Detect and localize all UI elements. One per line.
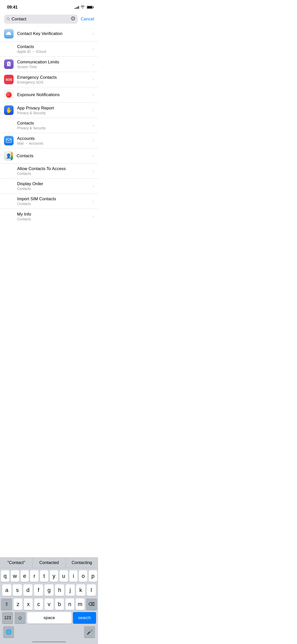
result-subtitle: Emergency SOS	[17, 80, 57, 84]
sos-icon: SOS	[4, 75, 14, 84]
result-subtitle: Privacy & Security	[17, 126, 46, 130]
list-item[interactable]: Contacts Apple ID → iCloud ›	[0, 42, 98, 57]
chevron-right-icon: ›	[93, 47, 94, 51]
result-title: Contact Key Verification	[17, 31, 62, 36]
result-subtitle: Contacts	[17, 202, 56, 206]
list-item[interactable]: Exposure Notifications ›	[0, 87, 98, 103]
result-text: Exposure Notifications	[17, 92, 60, 97]
list-item[interactable]: Accounts Mail → Accounts ›	[0, 133, 98, 148]
svg-line-1	[9, 19, 10, 20]
chevron-right-icon: ›	[93, 62, 94, 66]
chevron-right-icon: ›	[93, 184, 94, 188]
result-subtitle: Screen Time	[17, 65, 59, 69]
svg-rect-6	[8, 62, 10, 62]
list-item[interactable]: My Info Contacts ›	[0, 209, 98, 224]
chevron-right-icon: ›	[93, 138, 94, 143]
list-item[interactable]: Communication Limits Screen Time ›	[0, 57, 98, 72]
battery-icon	[87, 6, 93, 9]
chevron-right-icon: ›	[93, 154, 94, 158]
list-item[interactable]: Allow Contacts To Access Contacts ›	[0, 164, 98, 179]
result-title: Exposure Notifications	[17, 92, 60, 97]
contacts-app-icon: 👤	[4, 151, 13, 160]
result-title: Contacts	[17, 121, 46, 126]
result-title: Allow Contacts To Access	[17, 166, 66, 171]
result-text: App Privacy Report Privacy & Security	[17, 106, 54, 115]
chevron-right-icon: ›	[93, 169, 94, 173]
result-subtitle: Contacts	[17, 217, 31, 221]
result-title: Contacts	[17, 153, 33, 158]
icloud-icon	[4, 29, 14, 38]
result-title: Communication Limits	[17, 60, 59, 65]
wifi-icon	[80, 5, 85, 9]
list-item[interactable]: Import SIM Contacts Contacts ›	[0, 194, 98, 209]
list-item[interactable]: 👤 Contacts ›	[0, 148, 98, 164]
privacy-icon: ✋	[4, 105, 14, 115]
list-item[interactable]: ✋ App Privacy Report Privacy & Security …	[0, 103, 98, 118]
list-item[interactable]: Contact Key Verification ›	[0, 26, 98, 42]
chevron-right-icon: ›	[93, 123, 94, 128]
search-input-wrap[interactable]	[4, 15, 78, 24]
results-list: Contact Key Verification › Contacts Appl…	[0, 26, 98, 224]
result-text: Allow Contacts To Access Contacts	[17, 166, 66, 176]
result-text: Contacts Apple ID → iCloud	[17, 44, 46, 54]
list-item[interactable]: SOS Emergency Contacts Emergency SOS ›	[0, 72, 98, 87]
result-title: My Info	[17, 212, 31, 217]
exposure-icon	[4, 90, 14, 100]
result-title: Contacts	[17, 44, 46, 49]
list-item[interactable]: Display Order Contacts ›	[0, 179, 98, 194]
result-text: Emergency Contacts Emergency SOS	[17, 75, 57, 84]
signal-icon	[74, 6, 79, 9]
mail-icon	[4, 136, 14, 145]
result-subtitle: Apple ID → iCloud	[17, 50, 46, 54]
result-title: Import SIM Contacts	[17, 196, 56, 202]
status-time: 09:41	[7, 5, 18, 10]
result-title: Display Order	[17, 181, 43, 186]
chevron-right-icon: ›	[93, 199, 94, 204]
chevron-right-icon: ›	[93, 108, 94, 112]
result-title: Emergency Contacts	[17, 75, 57, 80]
search-icon	[7, 17, 10, 21]
result-text: Accounts Mail → Accounts	[17, 136, 43, 145]
list-item[interactable]: Contacts Privacy & Security ›	[0, 118, 98, 133]
result-text: Contact Key Verification	[17, 31, 62, 36]
chevron-right-icon: ›	[93, 214, 94, 219]
result-subtitle: Mail → Accounts	[17, 141, 43, 145]
result-text: Import SIM Contacts Contacts	[17, 196, 56, 206]
result-text: Contacts Privacy & Security	[17, 121, 46, 130]
status-icons	[74, 5, 93, 9]
result-text: My Info Contacts	[17, 212, 31, 221]
screentime-icon	[4, 59, 14, 69]
result-title: Accounts	[17, 136, 43, 141]
result-subtitle: Contacts	[17, 187, 43, 191]
chevron-right-icon: ›	[93, 31, 94, 36]
chevron-right-icon: ›	[93, 77, 94, 82]
result-title: App Privacy Report	[17, 106, 54, 111]
cancel-button[interactable]: Cancel	[81, 17, 94, 22]
chevron-right-icon: ›	[93, 93, 94, 97]
clear-button[interactable]	[71, 16, 75, 22]
search-input[interactable]	[12, 17, 69, 22]
result-subtitle: Privacy & Security	[17, 111, 54, 115]
result-subtitle: Contacts	[17, 172, 66, 176]
search-bar-row: Cancel	[0, 13, 98, 26]
result-text: Communication Limits Screen Time	[17, 60, 59, 69]
result-text: Contacts	[17, 153, 33, 158]
svg-rect-9	[6, 139, 11, 142]
status-bar: 09:41	[0, 0, 98, 13]
result-text: Display Order Contacts	[17, 181, 43, 191]
